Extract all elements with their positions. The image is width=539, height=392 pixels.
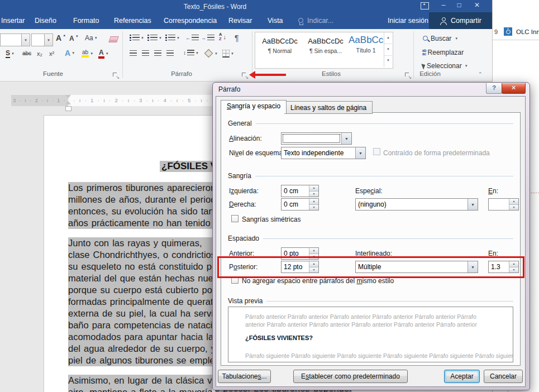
style-titulo1[interactable]: AaBbCc Título 1	[349, 35, 383, 54]
close-button[interactable]: ✕	[473, 1, 481, 9]
align-center-button[interactable]	[142, 50, 149, 56]
cancel-button[interactable]: Cancelar	[484, 370, 523, 383]
shrink-font-button[interactable]: A▼	[69, 35, 79, 42]
tab-insertar[interactable]: Insertar	[1, 17, 25, 25]
superscript-button[interactable]: x²	[49, 50, 54, 57]
hanging-indent-marker[interactable]	[65, 101, 71, 104]
tab-sangria-y-espacio[interactable]: Sangría y espacio	[221, 100, 287, 113]
spin-up[interactable]: ▲	[309, 199, 318, 204]
combo-arrow[interactable]: ▼	[355, 147, 365, 159]
subscript-button[interactable]: x₂	[37, 50, 42, 57]
styles-more-button[interactable]: ▼	[384, 55, 392, 67]
minimize-button[interactable]: –	[439, 1, 448, 9]
mirror-indents-checkbox[interactable]	[231, 215, 239, 222]
doc-line[interactable]: porque su cuerpo está cubierto por d	[68, 284, 212, 296]
indent-left-spinner[interactable]: 0 cm▲▼	[281, 185, 319, 197]
doc-line[interactable]: baño para competencias de natación. E	[68, 319, 212, 331]
clear-formatting-button[interactable]	[109, 35, 118, 45]
strikethrough-button[interactable]: abc	[22, 50, 31, 56]
doc-line[interactable]: Junto con las rayas y quimeras,	[68, 237, 212, 249]
tab-referencias[interactable]: Referencias	[114, 17, 151, 25]
sign-in-link[interactable]: Iniciar sesión	[388, 17, 428, 25]
font-color-button[interactable]: A▼	[98, 49, 109, 59]
collapse-ribbon-chevron[interactable]: ⌃	[478, 71, 483, 77]
font-name-combo[interactable]: ▼	[0, 34, 30, 46]
share-button[interactable]: Compartir	[429, 12, 492, 29]
styles-scroll-up[interactable]: ▲	[384, 32, 392, 44]
highlight-button[interactable]: ab▼	[82, 49, 93, 58]
spin-down[interactable]: ▼	[309, 191, 318, 197]
doc-line[interactable]: años prácticamente no han tenido que c	[68, 217, 212, 229]
bullets-button[interactable]: ▼	[130, 35, 144, 41]
doc-line[interactable]: formadas principalmente de queratina,	[68, 296, 212, 308]
doc-line[interactable]: del agua alrededor de su cuerpo, y llega…	[68, 343, 212, 355]
doc-line[interactable]: aire, mantiene a flote a la mayoría de l…	[68, 386, 212, 392]
spin-down[interactable]: ▼	[309, 204, 318, 211]
line-spacing-button[interactable]: ↕▼	[183, 50, 199, 56]
shading-button[interactable]: ▼	[206, 50, 218, 56]
multilevel-list-button[interactable]: ▼	[165, 35, 180, 41]
combo-arrow[interactable]: ▼	[341, 133, 351, 144]
dialog-help-button[interactable]: ?	[486, 83, 502, 94]
special-combo[interactable]: (ninguno)▼	[355, 198, 478, 211]
first-line-indent-marker[interactable]	[65, 95, 71, 98]
tab-revisar[interactable]: Revisar	[228, 17, 252, 25]
sort-button[interactable]: AZ ↓	[219, 32, 226, 41]
doc-line[interactable]: su esqueleto no está constituido por h	[68, 261, 212, 273]
text-effects-button[interactable]: A▼	[65, 49, 75, 58]
style-normal[interactable]: AaBbCcDc ¶ Normal	[258, 37, 302, 54]
align-left-button[interactable]	[130, 50, 137, 56]
tab-diseno[interactable]: Diseño	[35, 17, 56, 25]
paragraph-dialog-launcher[interactable]	[241, 72, 247, 78]
spin-up[interactable]: ▲	[509, 199, 518, 204]
dialog-close-button[interactable]: ✕	[502, 83, 526, 94]
doc-line[interactable]: entonces, su evolución ha sido tan efic	[68, 205, 212, 217]
find-button[interactable]: Buscar▼	[422, 35, 458, 42]
doc-line[interactable]: piel de algunos tiburones se empleaba c	[68, 355, 212, 366]
maximize-button[interactable]: □	[455, 1, 464, 9]
doc-line[interactable]: Asimismo, en lugar de la clásica vejiga	[68, 375, 212, 386]
horizontal-ruler[interactable]: 3 · ı · 2 · ı · 1 · ı · · ı · 1 · ı · 2 …	[11, 95, 212, 106]
document-text[interactable]: Los primeros tiburones aparecieron en mi…	[68, 182, 212, 392]
styles-scroll-down[interactable]: ▼	[384, 44, 392, 55]
replace-button[interactable]: abac Reemplazar	[422, 49, 464, 56]
indent-right-spinner[interactable]: 0 cm▲▼	[281, 198, 319, 211]
grow-font-button[interactable]: A▲	[56, 34, 66, 42]
justify-button[interactable]	[166, 50, 174, 56]
doc-line[interactable]: millones de años, durante el periodo D	[68, 194, 212, 205]
document-heading[interactable]: ¿FÓSILES V	[160, 161, 214, 172]
tab-lineas-y-saltos[interactable]: Líneas y saltos de página	[284, 101, 373, 114]
spin-up[interactable]: ▲	[309, 248, 318, 254]
font-dialog-launcher[interactable]	[112, 72, 118, 78]
tell-me-box[interactable]: Indicar...	[307, 17, 333, 25]
spin-down[interactable]: ▼	[509, 204, 518, 211]
ok-button[interactable]: Aceptar	[444, 370, 480, 383]
tabs-button[interactable]: Tabulaciones...	[218, 370, 271, 383]
show-formatting-button[interactable]: ¶	[235, 34, 239, 42]
doc-line[interactable]: clase Chondrichthyes, o condrictios, por…	[68, 249, 212, 261]
underline-button[interactable]: S▼	[6, 49, 15, 58]
align-right-button[interactable]	[154, 50, 161, 56]
doc-line[interactable]: Los primeros tiburones aparecieron en	[68, 182, 212, 194]
select-button[interactable]: Seleccionar▼	[422, 62, 468, 70]
tab-formato[interactable]: Formato	[73, 17, 99, 25]
ribbon-display-options-icon[interactable]: ▲	[421, 2, 429, 9]
font-size-combo[interactable]: ▼	[31, 34, 53, 46]
tab-correspondencia[interactable]: Correspondencia	[164, 17, 217, 25]
alignment-combo[interactable]: ▼	[281, 132, 352, 145]
outline-level-combo[interactable]: Texto independiente▼	[281, 147, 366, 159]
power-icon[interactable]	[504, 27, 512, 36]
doc-line[interactable]: externa de su piel, la cual ha servido c…	[68, 308, 212, 319]
doc-line[interactable]: acomodados para apuntar hacia la cola d	[68, 331, 212, 343]
left-indent-marker[interactable]	[65, 106, 71, 111]
spin-up[interactable]: ▲	[309, 185, 318, 191]
style-sin-espaciado[interactable]: AaBbCcDc ¶ Sin espa...	[304, 37, 347, 54]
set-as-default-button[interactable]: Establecer como predeterminado	[293, 370, 408, 383]
borders-button[interactable]: ▼	[222, 50, 234, 58]
increase-indent-button[interactable]: →	[201, 35, 214, 41]
combo-arrow[interactable]: ▼	[468, 199, 478, 210]
change-case-button[interactable]: Aa▼	[85, 34, 98, 42]
doc-line[interactable]: material del que están hechas nuestr	[68, 273, 212, 284]
numbering-button[interactable]: ▼	[147, 35, 162, 41]
decrease-indent-button[interactable]: ←	[185, 35, 199, 41]
